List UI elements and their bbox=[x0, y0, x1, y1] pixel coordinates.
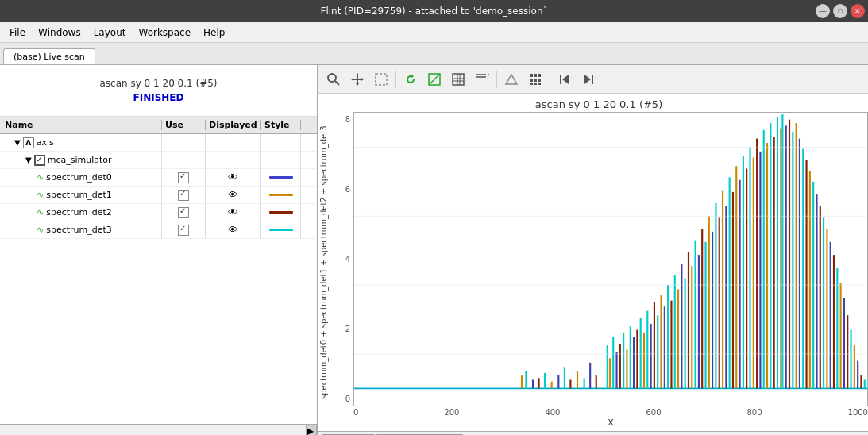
tree-header: Name Use Displayed Style bbox=[0, 117, 317, 134]
tree-displayed-det3[interactable]: 👁 bbox=[206, 221, 261, 238]
menu-help[interactable]: Help bbox=[197, 25, 231, 40]
svg-rect-116 bbox=[840, 283, 842, 388]
color-line-det1 bbox=[269, 194, 293, 196]
eye-det3[interactable]: 👁 bbox=[228, 224, 238, 236]
svg-marker-19 bbox=[506, 75, 517, 84]
main-tab[interactable]: (base) Live scan bbox=[3, 48, 95, 64]
scan-info: ascan sy 0 1 20 0.1 (#5) FINISHED bbox=[0, 65, 317, 117]
svg-rect-114 bbox=[833, 255, 835, 388]
main-tabbar: (base) Live scan bbox=[0, 43, 868, 65]
x-axis-row: 0 200 400 600 800 1000 bbox=[330, 406, 868, 417]
window-title: Flint (PID=29759) - attached to 'demo_se… bbox=[320, 6, 547, 17]
pan-button[interactable] bbox=[346, 68, 368, 90]
plot-inner: ascan sy 0 1 20 0.1 (#5) 8 6 4 2 0 bbox=[330, 94, 868, 431]
prev-button[interactable] bbox=[554, 68, 576, 90]
scroll-right-btn[interactable]: ▶ bbox=[306, 425, 317, 435]
svg-rect-27 bbox=[534, 83, 537, 85]
refresh-button[interactable] bbox=[399, 68, 422, 90]
tree-displayed-det1[interactable]: 👁 bbox=[206, 187, 261, 203]
data-button[interactable] bbox=[524, 68, 546, 90]
tree-row-det0[interactable]: ∿ spectrum_det0 👁 bbox=[0, 169, 317, 187]
fit-button[interactable] bbox=[423, 68, 446, 90]
svg-rect-32 bbox=[592, 75, 593, 84]
checkbox-det2[interactable] bbox=[178, 207, 189, 218]
svg-rect-122 bbox=[860, 375, 862, 388]
tree-displayed-det0[interactable]: 👁 bbox=[206, 169, 261, 186]
expand-arrow-mca[interactable]: ▼ bbox=[25, 156, 32, 164]
mountain-button[interactable] bbox=[500, 68, 523, 90]
y-tick-4: 4 bbox=[345, 255, 350, 264]
zoom-button[interactable] bbox=[322, 68, 345, 90]
titlebar: Flint (PID=29759) - attached to 'demo_se… bbox=[0, 0, 868, 22]
svg-rect-72 bbox=[691, 266, 692, 388]
svg-rect-22 bbox=[538, 74, 541, 77]
svg-rect-102 bbox=[792, 132, 793, 388]
data-icon bbox=[528, 72, 542, 87]
next-button[interactable] bbox=[577, 68, 600, 90]
x-axis-label: X bbox=[330, 417, 868, 431]
color-line-det0 bbox=[269, 176, 293, 179]
tree-row-axis[interactable]: ▼ A axis bbox=[0, 134, 317, 152]
menu-workspace[interactable]: Workspace bbox=[132, 25, 197, 40]
menu-file[interactable]: File bbox=[3, 25, 32, 40]
prev-icon bbox=[557, 72, 572, 87]
eye-det2[interactable]: 👁 bbox=[228, 206, 238, 218]
checkbox-det1[interactable] bbox=[178, 190, 189, 201]
checkbox-det0[interactable] bbox=[178, 172, 189, 183]
svg-rect-81 bbox=[722, 191, 723, 389]
tree-use-det0[interactable] bbox=[162, 169, 206, 186]
x-tick-1000: 1000 bbox=[848, 408, 868, 417]
tree-body: ▼ A axis ▼ mca_simulator bbox=[0, 134, 317, 424]
svg-rect-71 bbox=[688, 252, 689, 389]
tree-name-det2: ∿ spectrum_det2 bbox=[0, 204, 162, 221]
svg-rect-115 bbox=[836, 268, 838, 388]
chart-area[interactable] bbox=[353, 112, 868, 406]
svg-rect-109 bbox=[816, 194, 817, 388]
svg-rect-82 bbox=[725, 206, 727, 388]
tree-use-det2[interactable] bbox=[162, 204, 206, 221]
grid-button[interactable] bbox=[447, 68, 469, 90]
x-axis-ticks: 0 200 400 600 800 1000 bbox=[353, 406, 868, 417]
svg-rect-77 bbox=[708, 216, 710, 388]
svg-rect-20 bbox=[530, 74, 533, 77]
tree-row-mca[interactable]: ▼ mca_simulator bbox=[0, 152, 317, 169]
svg-rect-95 bbox=[770, 123, 771, 388]
menu-windows[interactable]: Windows bbox=[32, 25, 87, 40]
svg-rect-61 bbox=[654, 302, 655, 389]
expand-arrow-axis[interactable]: ▼ bbox=[14, 138, 21, 147]
bars-group bbox=[521, 114, 866, 388]
svg-rect-79 bbox=[715, 203, 716, 388]
select-button[interactable] bbox=[370, 68, 392, 90]
tree-row-det2[interactable]: ∿ spectrum_det2 👁 bbox=[0, 204, 317, 221]
svg-rect-64 bbox=[664, 306, 665, 388]
svg-rect-28 bbox=[538, 83, 541, 85]
eye-det0[interactable]: 👁 bbox=[228, 171, 238, 183]
left-scrollbar[interactable]: ▶ bbox=[0, 424, 317, 435]
svg-rect-57 bbox=[640, 318, 642, 388]
svg-rect-23 bbox=[530, 79, 533, 82]
svg-rect-76 bbox=[704, 242, 706, 389]
checkbox-det3[interactable] bbox=[178, 225, 189, 236]
col-displayed: Displayed bbox=[206, 120, 261, 130]
tree-use-det1[interactable] bbox=[162, 187, 206, 203]
svg-point-0 bbox=[328, 74, 336, 82]
color-line-det2 bbox=[269, 211, 293, 214]
menu-layout[interactable]: Layout bbox=[87, 25, 133, 40]
tree-row-det3[interactable]: ∿ spectrum_det3 👁 bbox=[0, 221, 317, 239]
eye-det1[interactable]: 👁 bbox=[228, 189, 238, 201]
crosshair-button[interactable] bbox=[471, 68, 493, 90]
tree-style-det1 bbox=[261, 187, 301, 203]
color-line-det3 bbox=[269, 229, 293, 231]
close-button[interactable]: ✕ bbox=[851, 4, 865, 18]
svg-rect-36 bbox=[532, 379, 534, 388]
tree-row-det1[interactable]: ∿ spectrum_det1 👁 bbox=[0, 187, 317, 204]
menubar: File Windows Layout Workspace Help bbox=[0, 22, 868, 43]
svg-rect-83 bbox=[729, 177, 731, 388]
tree-displayed-det2[interactable]: 👁 bbox=[206, 204, 261, 221]
minimize-button[interactable]: — bbox=[816, 4, 830, 18]
sep2 bbox=[496, 71, 497, 88]
next-icon bbox=[581, 72, 596, 87]
svg-rect-52 bbox=[623, 333, 624, 389]
tree-use-det3[interactable] bbox=[162, 221, 206, 238]
maximize-button[interactable]: □ bbox=[833, 4, 847, 18]
